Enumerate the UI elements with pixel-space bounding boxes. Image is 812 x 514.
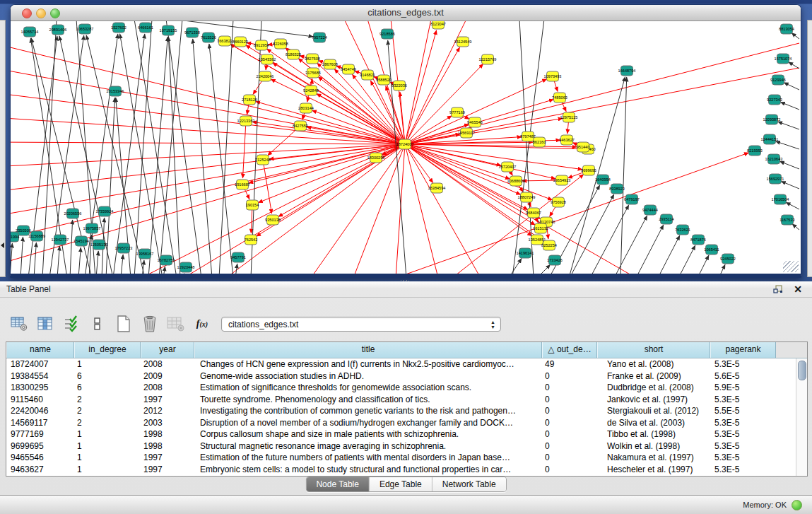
table-cell[interactable]: 0: [542, 464, 597, 476]
table-cell[interactable]: 5.3E-5: [710, 464, 776, 476]
table-cell[interactable]: 2012: [141, 405, 194, 417]
network-node[interactable]: 17359924: [96, 206, 114, 216]
network-node[interactable]: 10688609: [507, 176, 525, 186]
network-node[interactable]: 12942737: [52, 235, 69, 245]
table-cell[interactable]: 18724007: [6, 358, 74, 370]
table-cell[interactable]: 2008: [141, 358, 194, 370]
network-node[interactable]: 1545194: [73, 236, 89, 246]
column-header-0[interactable]: name: [6, 342, 74, 358]
network-node[interactable]: 8252254: [541, 240, 557, 250]
network-node[interactable]: 15751074: [775, 54, 792, 64]
network-node[interactable]: 190154: [246, 200, 259, 210]
memory-status-indicator-icon[interactable]: [792, 500, 802, 510]
network-node[interactable]: 7957224: [312, 33, 327, 42]
network-node[interactable]: 1615132: [533, 223, 548, 233]
network-node[interactable]: 19958167: [136, 249, 154, 259]
column-header-2[interactable]: year: [141, 342, 194, 358]
network-node[interactable]: 3175685: [305, 68, 321, 78]
table-cell[interactable]: 5.3E-5: [710, 394, 776, 406]
table-cell[interactable]: 2: [74, 394, 141, 406]
table-row[interactable]: 1938455462009Genome-wide association stu…: [6, 370, 796, 382]
scrollbar-thumb[interactable]: [798, 361, 806, 380]
column-header-3[interactable]: title: [194, 342, 542, 358]
network-node[interactable]: 8215953: [747, 146, 763, 156]
network-node[interactable]: 18724007: [396, 139, 414, 149]
network-node[interactable]: 19975857: [83, 223, 101, 233]
table-cell[interactable]: 0: [542, 428, 597, 440]
table-cell[interactable]: 9777169: [6, 428, 74, 440]
tab-edge-table[interactable]: Edge Table: [370, 477, 433, 491]
column-header-4[interactable]: △ out_de…: [542, 342, 597, 358]
network-node[interactable]: 1640954: [595, 175, 611, 185]
tab-node-table[interactable]: Node Table: [306, 477, 370, 491]
network-node[interactable]: 7485063: [552, 93, 567, 103]
table-row[interactable]: 1830029562008Estimation of significance …: [6, 382, 796, 394]
table-cell[interactable]: 5.5E-5: [710, 405, 776, 417]
table-cell[interactable]: 18300295: [6, 382, 74, 394]
table-row[interactable]: 2242004622012Investigating the contribut…: [6, 405, 796, 417]
network-node[interactable]: 7125248: [255, 155, 271, 165]
network-node[interactable]: 15124549: [454, 37, 472, 47]
table-cell[interactable]: 5.9E-5: [710, 382, 776, 394]
table-cell[interactable]: Tibbo et al. (1998): [597, 428, 710, 440]
network-node[interactable]: 12213363: [237, 116, 255, 126]
network-node[interactable]: 862160: [533, 137, 546, 147]
network-node[interactable]: 12444151: [761, 134, 779, 144]
network-node[interactable]: 1167533: [779, 215, 794, 225]
table-cell[interactable]: 1: [74, 464, 141, 476]
table-cell[interactable]: 1997: [141, 464, 194, 476]
network-node[interactable]: 14055714: [21, 27, 39, 37]
table-cell[interactable]: 5.3E-5: [710, 417, 776, 429]
network-node[interactable]: 10719155: [160, 25, 177, 35]
function-builder-icon[interactable]: f(x): [193, 314, 211, 334]
network-node[interactable]: 16210643: [765, 154, 783, 164]
delete-columns-icon[interactable]: [167, 314, 185, 334]
table-cell[interactable]: 9699695: [6, 440, 74, 452]
table-cell[interactable]: Estimation of significance thresholds fo…: [194, 382, 542, 394]
network-node[interactable]: 9465546: [467, 117, 483, 127]
network-node[interactable]: 10973493: [544, 71, 562, 81]
table-cell[interactable]: 5.3E-5: [710, 452, 776, 464]
network-node[interactable]: 15692971: [767, 174, 784, 184]
network-node[interactable]: 7632621: [675, 225, 690, 235]
network-node[interactable]: 17016504: [772, 194, 789, 204]
network-node[interactable]: 2867608: [322, 59, 338, 69]
network-node[interactable]: 12215769: [479, 54, 497, 64]
network-node[interactable]: 762542: [245, 235, 258, 245]
table-cell[interactable]: 0: [542, 452, 597, 464]
network-node[interactable]: 9129946: [770, 75, 786, 85]
network-node[interactable]: 9588520: [376, 75, 392, 85]
table-cell[interactable]: Nakamura et al. (1997): [597, 452, 710, 464]
table-cell[interactable]: Wolkin et al. (1998): [597, 440, 710, 452]
network-node[interactable]: 14196141: [517, 248, 534, 258]
table-cell[interactable]: 19384554: [6, 370, 74, 382]
table-cell[interactable]: 1: [74, 428, 141, 440]
table-cell[interactable]: 0: [542, 370, 597, 382]
network-window-titlebar[interactable]: citations_edges.txt: [11, 5, 801, 21]
network-node[interactable]: 12923448: [177, 262, 195, 272]
network-node[interactable]: 7615526: [201, 33, 216, 42]
table-row[interactable]: 1456911722003Disruption of a novel membe…: [6, 417, 796, 429]
delete-table-icon[interactable]: [141, 314, 159, 334]
network-node[interactable]: 1916687: [235, 180, 250, 189]
network-node[interactable]: 8912954: [254, 40, 269, 50]
network-node[interactable]: 1733426: [547, 255, 563, 265]
network-graph[interactable]: 1405571420891406106532871527602646616110…: [11, 21, 799, 274]
table-vertical-scrollbar[interactable]: [796, 358, 807, 476]
table-cell[interactable]: Corpus callosum shape and size in male p…: [194, 428, 542, 440]
show-columns-icon[interactable]: [36, 314, 54, 334]
table-cell[interactable]: 2: [74, 417, 141, 429]
table-cell[interactable]: 1998: [141, 440, 194, 452]
table-cell[interactable]: 6: [74, 382, 141, 394]
network-node[interactable]: 9827508: [305, 54, 320, 64]
network-node[interactable]: 9218586: [379, 29, 395, 39]
network-node[interactable]: 8813054: [779, 24, 794, 34]
tab-network-table[interactable]: Network Table: [433, 477, 506, 491]
table-cell[interactable]: 0: [542, 405, 597, 417]
table-cell[interactable]: 22420046: [6, 405, 74, 417]
network-node[interactable]: 8454749: [341, 64, 356, 74]
row-height-icon[interactable]: [88, 314, 107, 334]
network-node[interactable]: 391994: [11, 232, 19, 242]
network-node[interactable]: 18807249: [518, 192, 536, 202]
network-node[interactable]: 9684067: [526, 208, 541, 218]
